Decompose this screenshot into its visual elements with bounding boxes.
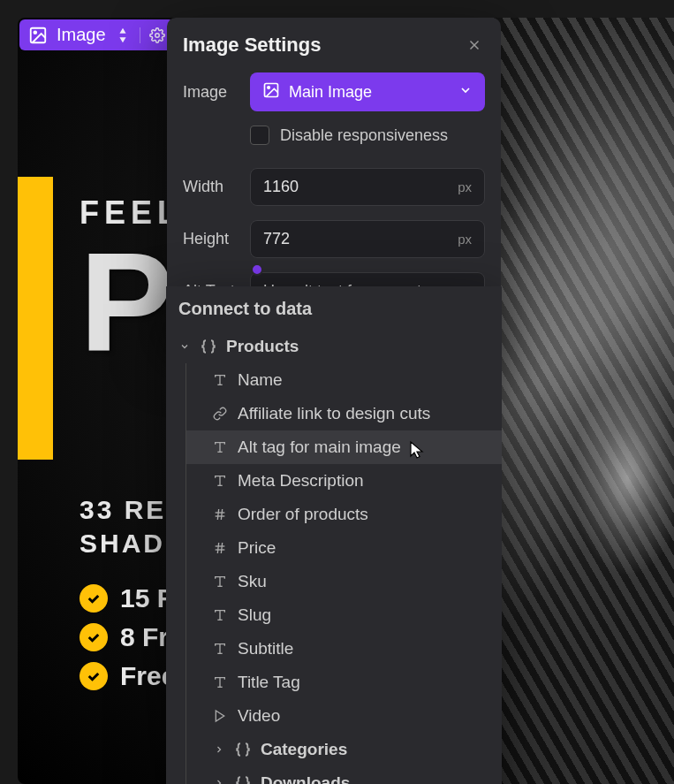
chevron-down-icon xyxy=(178,341,191,352)
height-row: Height px xyxy=(183,220,485,258)
chevron-right-icon xyxy=(213,778,225,784)
field-order[interactable]: Order of products xyxy=(186,498,502,531)
check-icon xyxy=(80,662,108,690)
tree-products[interactable]: Products xyxy=(166,330,502,363)
feature-row: 8 Fr xyxy=(80,622,176,652)
connect-data-popover: Connect to data Products Name Affiliate … xyxy=(166,286,502,784)
data-binding-indicator[interactable] xyxy=(251,263,263,276)
image-icon xyxy=(262,81,280,103)
braces-icon xyxy=(234,742,252,757)
tree-label: Categories xyxy=(261,740,347,759)
feature-row: 15 F xyxy=(80,583,176,613)
height-input-wrapper[interactable]: px xyxy=(250,220,485,258)
chevron-down-icon xyxy=(458,83,473,101)
width-input-wrapper[interactable]: px xyxy=(250,168,485,206)
field-meta-description[interactable]: Meta Description xyxy=(186,464,502,498)
svg-point-6 xyxy=(268,87,270,89)
image-source-row: Image Main Image xyxy=(183,72,485,111)
text-icon xyxy=(211,642,229,656)
field-label: Alt tag for main image xyxy=(238,438,401,457)
field-label: Title Tag xyxy=(238,673,300,692)
image-source-select[interactable]: Main Image xyxy=(250,72,485,111)
width-label: Width xyxy=(183,178,239,196)
field-label: Name xyxy=(238,370,283,390)
braces-icon xyxy=(234,775,252,784)
tree-categories[interactable]: Categories xyxy=(186,733,502,766)
field-subtitle[interactable]: Subtitle xyxy=(186,632,502,666)
disable-responsiveness-checkbox[interactable] xyxy=(250,126,269,145)
video-icon xyxy=(211,709,229,723)
text-icon xyxy=(211,440,229,454)
feature-text: 8 Fr xyxy=(120,622,169,652)
height-input[interactable] xyxy=(263,230,430,248)
field-alt-tag[interactable]: Alt tag for main image xyxy=(186,430,502,464)
gear-icon[interactable] xyxy=(149,27,165,43)
field-slug[interactable]: Slug xyxy=(186,598,502,632)
field-name[interactable]: Name xyxy=(186,363,502,397)
feature-row: Free xyxy=(80,661,176,691)
tree-label: Products xyxy=(226,337,299,356)
field-label: Slug xyxy=(238,605,271,625)
number-icon xyxy=(211,507,229,521)
panel-title: Image Settings xyxy=(183,34,321,57)
height-unit[interactable]: px xyxy=(458,232,472,247)
chevron-right-icon xyxy=(213,744,225,755)
image-icon xyxy=(28,26,48,45)
feature-list: 15 F 8 Fr Free xyxy=(80,583,176,700)
panel-header: Image Settings xyxy=(167,18,501,72)
image-source-value: Main Image xyxy=(289,83,450,102)
svg-line-15 xyxy=(217,509,218,520)
close-button[interactable] xyxy=(464,34,485,56)
tree-downloads[interactable]: Downloads xyxy=(186,766,502,784)
width-input[interactable] xyxy=(263,178,430,196)
braces-icon xyxy=(200,339,217,354)
field-label: Order of products xyxy=(238,505,368,524)
field-label: Price xyxy=(238,538,276,558)
field-video[interactable]: Video xyxy=(186,699,502,733)
tree-label: Downloads xyxy=(261,773,350,784)
element-tag-bar[interactable]: Image xyxy=(19,19,174,50)
svg-line-16 xyxy=(221,509,222,520)
field-title-tag[interactable]: Title Tag xyxy=(186,666,502,699)
field-sku[interactable]: Sku xyxy=(186,565,502,598)
selector-icon[interactable] xyxy=(115,27,131,43)
field-label: Sku xyxy=(238,572,267,591)
field-label: Video xyxy=(238,706,280,726)
svg-point-2 xyxy=(155,33,159,37)
text-icon xyxy=(211,675,229,689)
svg-line-20 xyxy=(221,543,222,553)
popover-title: Connect to data xyxy=(166,299,502,330)
svg-line-19 xyxy=(217,543,218,553)
height-label: Height xyxy=(183,230,239,248)
text-icon xyxy=(211,373,229,387)
width-row: Width px xyxy=(183,168,485,206)
disable-responsiveness-label: Disable responsiveness xyxy=(280,126,448,145)
tag-label: Image xyxy=(57,25,106,45)
svg-point-1 xyxy=(34,31,36,34)
field-label: Subtitle xyxy=(238,639,293,658)
link-icon xyxy=(211,407,229,421)
field-affiliate-link[interactable]: Affiliate link to design cuts xyxy=(186,397,502,430)
svg-marker-29 xyxy=(216,711,223,721)
text-icon xyxy=(211,575,229,589)
disable-responsiveness-row: Disable responsiveness xyxy=(250,126,485,145)
text-icon xyxy=(211,608,229,622)
field-label: Affiliate link to design cuts xyxy=(238,404,430,423)
width-unit[interactable]: px xyxy=(458,179,472,194)
field-price[interactable]: Price xyxy=(186,531,502,565)
yellow-accent-bar xyxy=(18,177,53,460)
number-icon xyxy=(211,541,229,555)
field-label: Meta Description xyxy=(238,471,364,491)
text-icon xyxy=(211,474,229,488)
image-source-label: Image xyxy=(183,83,239,102)
check-icon xyxy=(80,623,108,651)
check-icon xyxy=(80,584,108,613)
divider xyxy=(140,27,140,43)
